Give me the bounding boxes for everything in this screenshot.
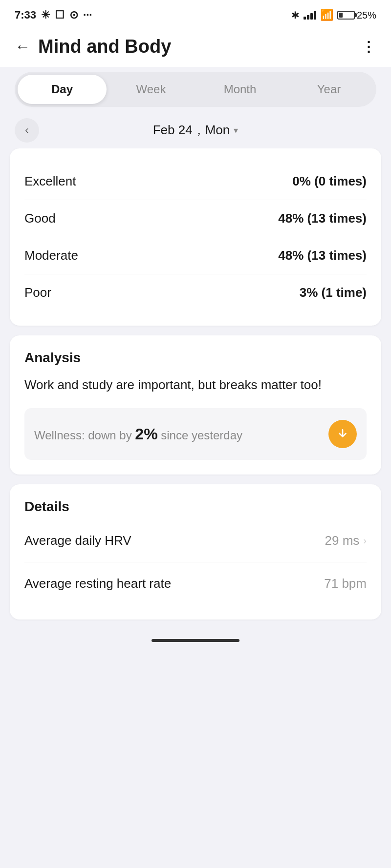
status-bar: 7:33 ✳ ☐ ⊙ ··· ✱ 📶 25% (0, 0, 391, 26)
wellness-prefix: Wellness: down by (34, 429, 135, 442)
stats-value-moderate: 48% (13 times) (278, 248, 367, 263)
wellness-highlight: 2% (135, 425, 157, 443)
stats-row-poor: Poor 3% (1 time) (24, 274, 367, 311)
wifi-icon: 📶 (320, 9, 333, 21)
heart-rate-value-text: 71 bpm (324, 576, 367, 591)
wellness-suffix: since yesterday (158, 429, 242, 442)
signal-icon (304, 11, 316, 20)
hrv-chevron-icon: › (363, 535, 367, 546)
analysis-card: Analysis Work and study are important, b… (10, 335, 381, 475)
time-display: 7:33 (15, 9, 36, 21)
details-value-heart-rate: 71 bpm (324, 576, 367, 591)
stats-row-excellent: Excellent 0% (0 times) (24, 163, 367, 200)
header-left: ← Mind and Body (15, 36, 171, 57)
stats-label-moderate: Moderate (24, 248, 78, 263)
stats-row-moderate: Moderate 48% (13 times) (24, 237, 367, 274)
more-dots-icon: ··· (83, 9, 92, 21)
details-row-hrv[interactable]: Average daily HRV 29 ms › (24, 519, 367, 562)
wellness-text: Wellness: down by 2% since yesterday (34, 422, 321, 446)
analysis-title: Analysis (24, 350, 367, 366)
tab-day[interactable]: Day (18, 75, 107, 104)
stats-label-poor: Poor (24, 285, 51, 300)
stats-row-good: Good 48% (13 times) (24, 200, 367, 237)
stats-value-good: 48% (13 times) (278, 211, 367, 226)
battery-percent: 25% (357, 10, 376, 21)
battery-icon (337, 11, 355, 20)
tab-bar: Day Week Month Year (15, 72, 376, 107)
home-indicator (0, 629, 391, 657)
stats-value-excellent: 0% (0 times) (292, 174, 367, 189)
date-text: Feb 24，Mon (153, 122, 230, 139)
date-nav: ‹ Feb 24，Mon ▾ (0, 117, 391, 148)
hrv-value-text: 29 ms (325, 533, 360, 548)
tab-month[interactable]: Month (196, 75, 284, 104)
camera-icon: ⊙ (69, 9, 78, 21)
back-button[interactable]: ← (15, 38, 30, 56)
stats-value-poor: 3% (1 time) (300, 285, 367, 300)
home-bar (152, 639, 239, 642)
bluetooth-icon: ✱ (291, 9, 300, 21)
battery-indicator: 25% (337, 10, 376, 21)
details-label-heart-rate: Average resting heart rate (24, 576, 171, 591)
square-icon: ☐ (55, 9, 65, 21)
stats-label-excellent: Excellent (24, 174, 76, 189)
wellness-box: Wellness: down by 2% since yesterday (24, 408, 367, 460)
wellness-down-icon (328, 420, 357, 448)
details-title: Details (24, 499, 367, 515)
date-back-button[interactable]: ‹ (15, 118, 39, 143)
stats-label-good: Good (24, 211, 56, 226)
page-title: Mind and Body (38, 36, 171, 57)
tab-year[interactable]: Year (284, 75, 373, 104)
stats-card: Excellent 0% (0 times) Good 48% (13 time… (10, 148, 381, 326)
more-options-button[interactable]: ⋮ (362, 39, 376, 55)
settings-icon: ✳ (41, 9, 50, 21)
status-left: 7:33 ✳ ☐ ⊙ ··· (15, 9, 92, 21)
analysis-text: Work and study are important, but breaks… (24, 375, 367, 394)
status-right: ✱ 📶 25% (291, 9, 376, 21)
details-card: Details Average daily HRV 29 ms › Averag… (10, 484, 381, 620)
header: ← Mind and Body ⋮ (0, 26, 391, 67)
details-row-heart-rate: Average resting heart rate 71 bpm (24, 562, 367, 605)
details-value-hrv: 29 ms › (325, 533, 367, 548)
tab-week[interactable]: Week (107, 75, 196, 104)
date-selector[interactable]: Feb 24，Mon ▾ (153, 122, 239, 139)
date-dropdown-arrow: ▾ (234, 125, 238, 136)
details-label-hrv: Average daily HRV (24, 533, 131, 548)
